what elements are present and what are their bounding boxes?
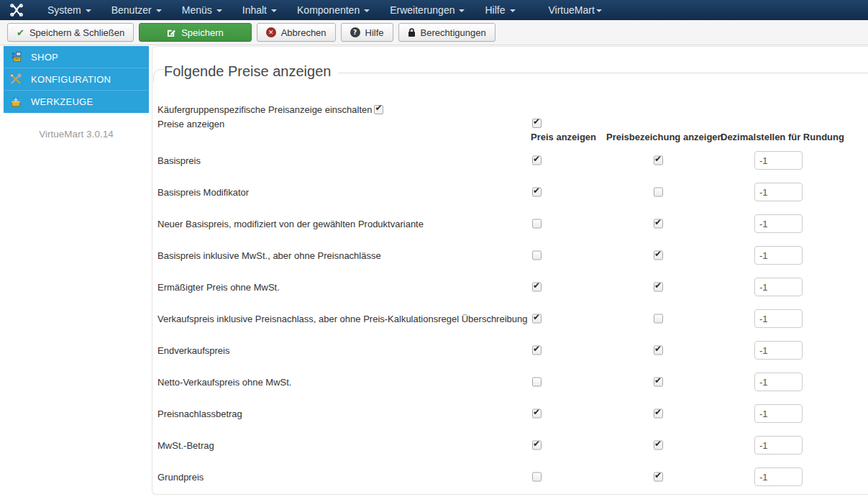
sidebar-item-label: SHOP bbox=[31, 52, 58, 63]
toolbox-icon bbox=[10, 96, 22, 108]
column-header-rounding: Dezimalstellen für Rundung bbox=[721, 132, 844, 142]
show-price-checkbox[interactable] bbox=[532, 409, 542, 419]
nav-menu: System Benutzer Menüs Inhalt Komponenten… bbox=[37, 0, 612, 20]
show-label-checkbox[interactable] bbox=[654, 283, 663, 292]
nav-menu-item-virtuemart[interactable]: VirtueMart bbox=[539, 0, 612, 20]
nav-menu-item-label: Benutzer bbox=[111, 4, 152, 16]
rounding-input[interactable] bbox=[754, 183, 803, 201]
sidebar-item-label: WERKZEUGE bbox=[31, 96, 93, 107]
rounding-input[interactable] bbox=[754, 404, 803, 423]
nav-menu-item-erweiterungen[interactable]: Erweiterungen bbox=[380, 0, 475, 20]
nav-menu-item-benutzer[interactable]: Benutzer bbox=[101, 0, 172, 20]
show-price-checkbox[interactable] bbox=[532, 378, 542, 387]
abbrechen-button[interactable]: ✕ Abbrechen bbox=[257, 23, 336, 42]
show-price-checkbox[interactable] bbox=[532, 473, 542, 482]
show-price-checkbox[interactable] bbox=[532, 346, 542, 355]
price-row: Grundpreis bbox=[152, 461, 868, 493]
price-row-label: Neuer Basispreis, modifiziert von der ge… bbox=[157, 219, 424, 229]
admin-navbar: System Benutzer Menüs Inhalt Komponenten… bbox=[0, 0, 868, 20]
sidebar-item-shop[interactable]: SHOP bbox=[4, 46, 149, 68]
nav-menu-item-hilfe[interactable]: Hilfe bbox=[475, 0, 525, 20]
config-panel: Folgende Preise anzeigen Käufergruppensp… bbox=[152, 46, 868, 495]
nav-menu-item-menüs[interactable]: Menüs bbox=[172, 0, 232, 20]
show-price-checkbox[interactable] bbox=[532, 156, 542, 165]
price-row: MwSt.-Betrag bbox=[152, 429, 868, 461]
show-price-checkbox[interactable] bbox=[532, 219, 542, 229]
price-row-label: Basispreis bbox=[157, 155, 201, 166]
nav-menu-item-label: Hilfe bbox=[485, 4, 505, 16]
rounding-input[interactable] bbox=[754, 436, 803, 455]
show-price-checkbox[interactable] bbox=[532, 251, 542, 260]
price-row: Endverkaufspreis bbox=[152, 334, 868, 366]
nav-menu-item-inhalt[interactable]: Inhalt bbox=[232, 0, 287, 20]
shop-icon bbox=[10, 51, 22, 63]
rounding-input[interactable] bbox=[754, 214, 803, 233]
show-price-checkbox[interactable] bbox=[532, 188, 542, 197]
sidebar-item-label: KONFIGURATION bbox=[31, 74, 111, 85]
show-label-checkbox[interactable] bbox=[654, 251, 663, 260]
chevron-down-icon bbox=[271, 9, 277, 12]
show-prices-checkbox[interactable] bbox=[532, 119, 542, 128]
speichern-schlie-en-button[interactable]: ✔ Speichern & Schließen bbox=[7, 23, 134, 42]
chevron-down-icon bbox=[364, 9, 370, 12]
virtuemart-version: VirtueMart 3.0.14 bbox=[4, 129, 149, 140]
nav-menu-item-label: VirtueMart bbox=[549, 4, 595, 16]
show-prices-label: Preise anzeigen bbox=[157, 119, 224, 129]
chevron-down-icon bbox=[216, 9, 222, 12]
show-label-checkbox[interactable] bbox=[654, 314, 663, 324]
show-label-checkbox[interactable] bbox=[654, 219, 663, 229]
nav-menu-item-system[interactable]: System bbox=[37, 0, 101, 20]
help-icon: ? bbox=[350, 27, 360, 37]
price-row-label: Endverkaufspreis bbox=[157, 345, 229, 356]
show-label-checkbox[interactable] bbox=[654, 156, 663, 165]
price-row-label: Basispreis inklusive MwSt., aber ohne Pr… bbox=[157, 250, 381, 261]
price-row: Neuer Basispreis, modifiziert von der ge… bbox=[152, 208, 868, 239]
price-row: Basispreis Modifikator bbox=[152, 176, 868, 208]
check-icon: ✔ bbox=[17, 27, 24, 38]
section-title: Folgende Preise anzeigen bbox=[164, 62, 338, 81]
nav-menu-item-label: Erweiterungen bbox=[390, 4, 454, 16]
hilfe-button[interactable]: ? Hilfe bbox=[341, 23, 393, 42]
show-price-checkbox[interactable] bbox=[532, 441, 542, 450]
sidebar-item-konfiguration[interactable]: KONFIGURATION bbox=[4, 68, 149, 91]
show-price-checkbox[interactable] bbox=[532, 283, 542, 292]
rounding-input[interactable] bbox=[754, 246, 803, 265]
price-row-label: Ermäßigter Preis ohne MwSt. bbox=[157, 282, 280, 293]
price-row: Preisnachlassbetrag bbox=[152, 398, 868, 429]
sidebar-item-werkzeuge[interactable]: WERKZEUGE bbox=[4, 91, 149, 113]
nav-menu-item-komponenten[interactable]: Komponenten bbox=[287, 0, 380, 20]
rounding-input[interactable] bbox=[754, 151, 803, 170]
show-label-checkbox[interactable] bbox=[654, 441, 663, 450]
show-label-checkbox[interactable] bbox=[654, 378, 663, 387]
show-label-checkbox[interactable] bbox=[654, 188, 663, 197]
price-row-label: MwSt.-Betrag bbox=[157, 440, 214, 451]
rounding-input[interactable] bbox=[754, 278, 803, 296]
price-row: Ermäßigter Preis ohne MwSt. bbox=[152, 271, 868, 303]
price-row: Basispreis bbox=[152, 145, 868, 176]
speichern-button[interactable]: Speichern bbox=[139, 23, 252, 42]
price-row-label: Netto-Verkaufspreis ohne MwSt. bbox=[157, 377, 291, 388]
rounding-input[interactable] bbox=[754, 341, 803, 360]
chevron-down-icon bbox=[596, 9, 602, 12]
nav-menu-item-label: Menüs bbox=[182, 4, 212, 16]
berechtigungen-button[interactable]: Berechtigungen bbox=[398, 23, 495, 42]
price-row: Basispreis inklusive MwSt., aber ohne Pr… bbox=[152, 239, 868, 271]
show-label-checkbox[interactable] bbox=[654, 346, 663, 355]
fieldset-border bbox=[153, 69, 164, 82]
show-price-checkbox[interactable] bbox=[532, 314, 542, 324]
section-divider bbox=[338, 73, 868, 73]
price-row-label: Preisnachlassbetrag bbox=[157, 409, 242, 419]
chevron-down-icon bbox=[459, 9, 465, 12]
rounding-input[interactable] bbox=[754, 309, 803, 328]
rounding-input[interactable] bbox=[754, 467, 803, 486]
column-header-show-label: Preisbezeichung anzeigen bbox=[606, 132, 723, 142]
price-rows: Basispreis Basispreis Modifikator Neuer … bbox=[152, 145, 868, 493]
buyer-group-checkbox[interactable] bbox=[374, 105, 383, 114]
buyer-group-label: Käufergruppenspezifische Preisanzeige ei… bbox=[157, 104, 372, 115]
chevron-down-icon bbox=[86, 9, 91, 12]
chevron-down-icon bbox=[156, 9, 162, 12]
show-label-checkbox[interactable] bbox=[654, 409, 663, 419]
show-label-checkbox[interactable] bbox=[654, 473, 663, 482]
joomla-logo-icon bbox=[7, 2, 26, 18]
rounding-input[interactable] bbox=[754, 373, 803, 391]
